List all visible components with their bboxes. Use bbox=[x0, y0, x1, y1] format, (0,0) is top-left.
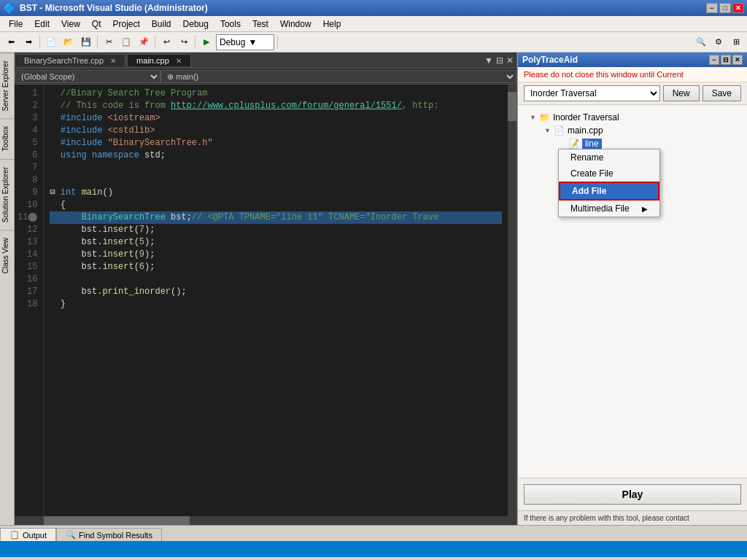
editor-close-btn[interactable]: ✕ bbox=[506, 55, 514, 66]
tab-bst-label: BinarySearchTree.cpp bbox=[24, 56, 104, 65]
tree-label-line[interactable]: line bbox=[582, 139, 602, 149]
tree-node-maincpp[interactable]: ▼ 📄 main.cpp bbox=[524, 124, 741, 137]
traversal-bar: Inorder Traversal Preorder Traversal Pos… bbox=[518, 82, 747, 105]
code-content: 1 2 3 4 5 6 7 8 9 10 11⬤ 12 13 14 15 16 … bbox=[15, 85, 516, 516]
line-numbers: 1 2 3 4 5 6 7 8 9 10 11⬤ 12 13 14 15 16 … bbox=[15, 85, 44, 516]
toolbar-extra-3[interactable]: ⊞ bbox=[728, 34, 744, 50]
toolbar-debug-dropdown[interactable]: Debug ▼ bbox=[216, 34, 274, 50]
toolbar-open[interactable]: 📂 bbox=[61, 34, 77, 50]
tree-icon-line: 📝 bbox=[568, 139, 579, 149]
tab-binary-search-tree[interactable]: BinarySearchTree.cpp ✕ bbox=[15, 54, 125, 66]
rp-minimize-btn[interactable]: − bbox=[709, 55, 719, 65]
bottom-tab-find-symbol[interactable]: 🔍 Find Symbol Results bbox=[56, 528, 162, 541]
horizontal-scrollbar[interactable] bbox=[15, 516, 516, 525]
toolbar-redo[interactable]: ↪ bbox=[176, 34, 192, 50]
tree-node-inorder[interactable]: ▼ 📁 Inorder Traversal bbox=[524, 111, 741, 124]
maximize-button[interactable]: □ bbox=[719, 3, 731, 13]
toolbar-sep-1 bbox=[39, 36, 40, 49]
save-button[interactable]: Save bbox=[703, 85, 741, 101]
menu-build[interactable]: Build bbox=[146, 18, 177, 31]
right-panel-title-text: PolyTraceAid bbox=[522, 55, 578, 65]
toolbar-btn-1[interactable]: ⬅ bbox=[3, 34, 19, 50]
bottom-tab-output[interactable]: 📋 Output bbox=[0, 528, 56, 541]
tree-expand-inorder[interactable]: ▼ bbox=[530, 114, 536, 121]
find-symbol-icon: 🔍 bbox=[66, 530, 76, 540]
warning-text: Please do not close this window until Cu… bbox=[518, 67, 747, 82]
toolbar-save[interactable]: 💾 bbox=[78, 34, 94, 50]
rp-close-btn[interactable]: ✕ bbox=[732, 55, 743, 65]
toolbar-copy[interactable]: 📋 bbox=[118, 34, 134, 50]
scope-selector[interactable]: (Global Scope) bbox=[15, 70, 160, 83]
toolbar-sep-4 bbox=[195, 36, 196, 49]
editor-float-btn[interactable]: ⊟ bbox=[496, 55, 503, 66]
menu-tools[interactable]: Tools bbox=[214, 18, 247, 31]
tree-label-inorder[interactable]: Inorder Traversal bbox=[553, 112, 619, 122]
close-button[interactable]: ✕ bbox=[732, 3, 744, 13]
horizontal-scrollbar-thumb[interactable] bbox=[44, 516, 190, 525]
tab-main-cpp[interactable]: main.cpp ✕ bbox=[127, 54, 191, 66]
toolbar-undo[interactable]: ↩ bbox=[158, 34, 174, 50]
toolbar-debug-start[interactable]: ▶ bbox=[198, 34, 214, 50]
ctx-item-add-file[interactable]: Add File bbox=[559, 182, 659, 201]
scope-bar: (Global Scope) ⊕ main() bbox=[15, 69, 516, 85]
status-bar bbox=[0, 541, 747, 557]
vertical-scrollbar[interactable] bbox=[508, 85, 516, 516]
bottom-tabs: 📋 Output 🔍 Find Symbol Results bbox=[0, 525, 747, 541]
tab-bst-close[interactable]: ✕ bbox=[110, 57, 116, 65]
right-panel-status-text: If there is any problem with this tool, … bbox=[524, 514, 689, 522]
menu-window[interactable]: Window bbox=[274, 18, 317, 31]
menu-help[interactable]: Help bbox=[317, 18, 347, 31]
warning-text-content: Please do not close this window until Cu… bbox=[524, 70, 684, 79]
ctx-item-create-file[interactable]: Create File bbox=[559, 166, 659, 182]
toolbar-cut[interactable]: ✂ bbox=[101, 34, 117, 50]
ctx-item-rename[interactable]: Rename bbox=[559, 149, 659, 166]
submenu-arrow-icon: ▶ bbox=[642, 205, 648, 213]
toolbar-new[interactable]: 📄 bbox=[43, 34, 59, 50]
vertical-scrollbar-thumb[interactable] bbox=[508, 92, 516, 121]
toolbar-btn-2[interactable]: ➡ bbox=[20, 34, 36, 50]
code-text[interactable]: //Binary Search Tree Program // This cod… bbox=[44, 85, 508, 516]
menu-test[interactable]: Test bbox=[247, 18, 274, 31]
tree-label-maincpp[interactable]: main.cpp bbox=[568, 125, 603, 136]
menu-debug[interactable]: Debug bbox=[177, 18, 214, 31]
title-bar-controls[interactable]: − □ ✕ bbox=[706, 3, 744, 13]
play-button[interactable]: Play bbox=[524, 484, 741, 505]
play-bar: Play bbox=[518, 478, 747, 510]
traversal-dropdown[interactable]: Inorder Traversal Preorder Traversal Pos… bbox=[524, 85, 660, 101]
main-area: Server Explorer Toolbox Solution Explore… bbox=[0, 52, 747, 525]
sidebar-tab-class-view[interactable]: Class View bbox=[0, 230, 14, 281]
tree-expand-maincpp[interactable]: ▼ bbox=[544, 127, 551, 134]
tab-main-close[interactable]: ✕ bbox=[176, 57, 182, 65]
menu-project[interactable]: Project bbox=[107, 18, 146, 31]
new-button[interactable]: New bbox=[663, 85, 700, 101]
ctx-create-label: Create File bbox=[570, 168, 614, 179]
minimize-button[interactable]: − bbox=[706, 3, 718, 13]
ctx-item-multimedia[interactable]: Multimedia File ▶ bbox=[559, 201, 659, 217]
right-panel-controls[interactable]: − ⊟ ✕ bbox=[709, 55, 743, 65]
sidebar-tab-solution-explorer[interactable]: Solution Explorer bbox=[0, 159, 14, 230]
menu-view[interactable]: View bbox=[55, 18, 86, 31]
sidebar-tab-toolbox[interactable]: Toolbox bbox=[0, 118, 14, 158]
editor-tabs-row: BinarySearchTree.cpp ✕ main.cpp ✕ ▼ ⊟ ✕ bbox=[15, 52, 516, 69]
tree-expand-line: ▼ bbox=[559, 140, 565, 147]
toolbar-extra-2[interactable]: ⚙ bbox=[711, 34, 727, 50]
title-bar-left: 🔷 BST - Microsoft Visual Studio (Adminis… bbox=[3, 2, 208, 14]
editor-tab-dropdown-btn[interactable]: ▼ bbox=[484, 55, 493, 66]
toolbar-paste[interactable]: 📌 bbox=[136, 34, 152, 50]
function-selector[interactable]: ⊕ main() bbox=[160, 70, 516, 83]
toolbar: ⬅ ➡ 📄 📂 💾 ✂ 📋 📌 ↩ ↪ ▶ Debug ▼ 🔍 ⚙ ⊞ bbox=[0, 32, 747, 52]
context-menu: Rename Create File Add File Multimedia F… bbox=[558, 149, 660, 217]
menu-qt[interactable]: Qt bbox=[86, 18, 107, 31]
rp-float-btn[interactable]: ⊟ bbox=[721, 55, 731, 65]
toolbar-sep-2 bbox=[97, 36, 98, 49]
debug-label: Debug bbox=[220, 37, 245, 47]
menu-edit[interactable]: Edit bbox=[28, 18, 55, 31]
left-sidebar: Server Explorer Toolbox Solution Explore… bbox=[0, 52, 15, 525]
menu-bar: File Edit View Qt Project Build Debug To… bbox=[0, 16, 747, 32]
right-panel: PolyTraceAid − ⊟ ✕ Please do not close t… bbox=[517, 52, 747, 525]
menu-file[interactable]: File bbox=[3, 18, 28, 31]
sidebar-tab-server-explorer[interactable]: Server Explorer bbox=[0, 52, 14, 118]
ctx-multimedia-label: Multimedia File bbox=[570, 203, 630, 214]
toolbar-extra-1[interactable]: 🔍 bbox=[693, 34, 709, 50]
tree-area: ▼ 📁 Inorder Traversal ▼ 📄 main.cpp ▼ 📝 l… bbox=[518, 105, 747, 478]
